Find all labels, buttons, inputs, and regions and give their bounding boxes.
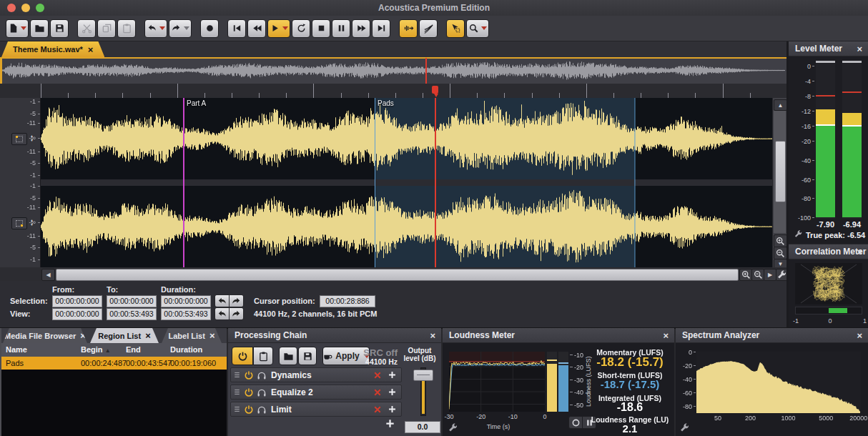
level-view-button[interactable] — [419, 19, 438, 38]
loudness-settings-wrench-icon[interactable] — [448, 422, 458, 433]
new-file-button[interactable] — [6, 19, 29, 38]
tab-theme-music[interactable]: Theme Music.wav* × — [1, 41, 104, 57]
region-list-row-pads[interactable]: Pads00:00:24:48700:00:43:54700:00:19:060 — [1, 357, 227, 370]
chain-clipboard-button[interactable] — [253, 347, 273, 365]
spectrum-settings-wrench-icon[interactable] — [679, 422, 690, 433]
scroll-up-button[interactable]: ▲ — [774, 99, 787, 111]
fast-forward-button[interactable] — [352, 19, 370, 38]
selection-to-field[interactable]: 00:00:00:000 — [107, 295, 157, 307]
chain-effect-equalize-2[interactable]: Equalize 2 — [230, 385, 402, 400]
vertical-zoom-in-button[interactable] — [774, 234, 787, 247]
close-icon[interactable]: × — [857, 41, 862, 56]
paste-button[interactable] — [117, 19, 136, 38]
view-to-field[interactable]: 00:00:53:493 — [107, 308, 157, 320]
level-meter-wrench-icon[interactable] — [794, 229, 803, 239]
column-header-begin[interactable]: Begin ▲ — [81, 345, 111, 354]
loudness-meter-title-bar[interactable]: Loudness Meter × — [443, 328, 674, 343]
go-to-end-button[interactable] — [372, 19, 390, 38]
vertical-scrollbar-thumb[interactable] — [775, 141, 786, 202]
column-header-duration[interactable]: Duration — [170, 345, 202, 354]
undo-button[interactable] — [144, 19, 167, 38]
effect-power-icon[interactable] — [244, 370, 254, 380]
effect-remove-icon[interactable] — [373, 371, 382, 380]
column-header-name[interactable]: Name — [6, 345, 27, 354]
view-from-field[interactable]: 00:00:00:000 — [52, 308, 102, 320]
pause-button[interactable] — [332, 19, 350, 38]
view-duration-field[interactable]: 00:00:53:493 — [161, 308, 211, 320]
cursor-pin-icon[interactable] — [432, 86, 438, 94]
effect-add-icon[interactable] — [388, 405, 397, 414]
browser-tab-label-list[interactable]: Label List× — [162, 328, 222, 343]
tab-close-icon[interactable]: × — [145, 331, 151, 340]
cut-button[interactable] — [77, 19, 96, 38]
selection-from-field[interactable]: 00:00:00:000 — [52, 295, 102, 307]
overview-strip[interactable] — [0, 57, 786, 84]
close-icon[interactable]: × — [857, 328, 862, 343]
open-file-button[interactable] — [30, 19, 49, 38]
effect-power-icon[interactable] — [244, 405, 254, 415]
playhead-line[interactable] — [435, 98, 436, 267]
effect-add-icon[interactable] — [388, 387, 397, 397]
zoom-tool-button[interactable] — [466, 19, 489, 38]
close-icon[interactable]: × — [663, 328, 669, 343]
marker-part-a-line[interactable] — [183, 98, 184, 267]
drag-handle-icon[interactable] — [232, 405, 242, 414]
cursor-position-field[interactable]: 00:00:28:886 — [320, 295, 375, 307]
chain-effect-limit[interactable]: Limit — [230, 402, 402, 417]
region-list-header[interactable]: NameBegin ▲EndDuration — [1, 343, 227, 357]
redo-button[interactable] — [169, 19, 192, 38]
effect-remove-icon[interactable] — [373, 388, 382, 397]
processing-chain-title-bar[interactable]: Processing Chain × — [228, 328, 441, 343]
loop-playback-button[interactable] — [292, 19, 310, 38]
stop-button[interactable] — [312, 19, 330, 38]
chain-effect-dynamics[interactable]: Dynamics — [230, 367, 402, 382]
horizontal-scrollbar-thumb[interactable] — [56, 269, 739, 281]
selection-redo-button[interactable] — [229, 294, 244, 307]
horizontal-zoom-out-button[interactable] — [751, 269, 764, 281]
loudness-reset-button[interactable] — [568, 416, 583, 429]
effect-add-icon[interactable] — [388, 370, 397, 380]
effect-headphones-icon[interactable] — [257, 405, 267, 415]
go-to-start-button[interactable] — [227, 19, 246, 38]
rewind-button[interactable] — [247, 19, 266, 38]
column-header-end[interactable]: End — [126, 345, 141, 354]
scroll-left-button[interactable]: ◀ — [41, 269, 55, 281]
chain-save-button[interactable] — [298, 347, 317, 365]
browser-tab-region-list[interactable]: Region List× — [90, 328, 159, 343]
play-button[interactable] — [267, 19, 290, 38]
close-icon[interactable]: × — [857, 244, 862, 259]
chain-add-effect-button[interactable] — [385, 418, 395, 429]
browser-tab-media-file-browser[interactable]: Media File Browser× — [3, 328, 87, 343]
chain-open-button[interactable] — [279, 347, 297, 365]
level-meter-title-bar[interactable]: Level Meter × — [789, 41, 868, 56]
waveform-canvas[interactable] — [41, 98, 772, 267]
timeline-ruler[interactable]: 00:00:00:00000:00:10:00000:00:20:00000:0… — [0, 84, 786, 99]
view-undo-button[interactable] — [214, 307, 230, 320]
close-icon[interactable]: × — [430, 328, 435, 343]
correlation-meter-title-bar[interactable]: Correlation Meter × — [789, 244, 868, 259]
horizontal-zoom-in-button[interactable] — [739, 269, 752, 281]
tab-close-icon[interactable]: × — [88, 45, 94, 54]
selection-duration-field[interactable]: 00:00:00:000 — [161, 295, 211, 307]
spectrum-analyzer-title-bar[interactable]: Spectrum Analyzer × — [676, 328, 868, 343]
record-button[interactable] — [200, 19, 219, 38]
tab-close-icon[interactable]: × — [209, 331, 215, 340]
selection-undo-button[interactable] — [214, 294, 230, 307]
copy-button[interactable] — [97, 19, 116, 38]
effect-remove-icon[interactable] — [373, 405, 382, 414]
selection-tool-button[interactable] — [446, 19, 465, 38]
save-file-button[interactable] — [50, 19, 69, 38]
scroll-right-button[interactable]: ▶ — [764, 269, 776, 281]
vertical-zoom-out-button[interactable] — [774, 247, 787, 259]
scrub-playback-button[interactable] — [399, 19, 418, 38]
drag-handle-icon[interactable] — [232, 370, 242, 380]
view-redo-button[interactable] — [229, 307, 244, 320]
effect-headphones-icon[interactable] — [257, 370, 267, 380]
drag-handle-icon[interactable] — [232, 387, 242, 397]
overview-playhead[interactable] — [425, 58, 427, 84]
effect-power-icon[interactable] — [244, 387, 254, 397]
chain-enable-button[interactable] — [232, 347, 253, 365]
output-slider-handle[interactable] — [413, 370, 433, 381]
effect-headphones-icon[interactable] — [257, 387, 267, 397]
output-level-value[interactable]: 0.0 — [405, 421, 440, 433]
